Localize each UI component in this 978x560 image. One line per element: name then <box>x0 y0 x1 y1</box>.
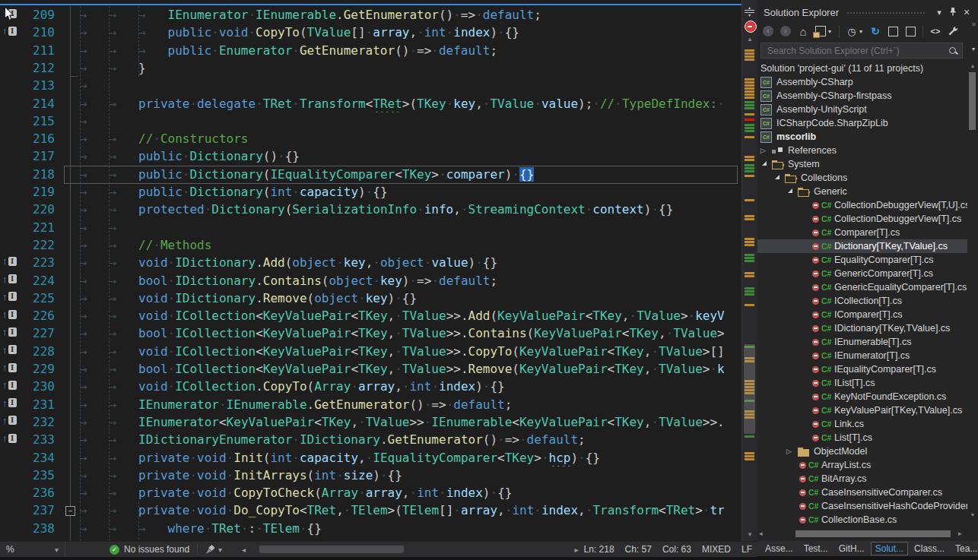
tree-item[interactable]: C#BitArray.cs <box>757 472 967 486</box>
implements-gutter-icon[interactable]: ↑I <box>2 380 17 390</box>
tree-item[interactable]: C#IEnumerable[T].cs <box>757 335 967 349</box>
tree-item[interactable]: System <box>757 157 967 171</box>
hscroll-left-icon[interactable]: ◂ <box>242 546 246 554</box>
chevron-down-icon[interactable]: ▾ <box>859 28 865 35</box>
tree-item[interactable]: C#ArrayList.cs <box>757 458 967 472</box>
code-line[interactable]: ↑I226→→void·ICollection<KeyValuePair<TKe… <box>0 307 741 324</box>
code-line[interactable]: ↑I228→→void·ICollection<KeyValuePair<TKe… <box>0 343 741 360</box>
code-line[interactable]: 220→→protected·Dictionary(SerializationI… <box>0 201 741 218</box>
tree-item[interactable]: C#IEnumerator[T].cs <box>757 349 967 362</box>
tree-item[interactable]: C#IEqualityComparer[T].cs <box>757 362 967 376</box>
code-cleanup-button[interactable]: ▾ <box>205 544 222 555</box>
implements-gutter-icon[interactable]: ↑I <box>2 256 17 266</box>
switch-views-button[interactable] <box>813 24 828 39</box>
expanded-arrow-icon[interactable] <box>775 175 780 179</box>
tree-item[interactable]: Generic <box>757 185 967 198</box>
code-line[interactable]: ↑I230→→void·ICollection.CopyTo(Array·arr… <box>0 378 741 395</box>
expanded-arrow-icon[interactable] <box>762 161 767 166</box>
code-line[interactable]: ↑I225→→void·IDictionary.Remove(object·ke… <box>0 289 741 307</box>
horizontal-scrollbar-thumb[interactable] <box>259 546 404 553</box>
implements-gutter-icon[interactable]: ↑I <box>2 398 17 408</box>
search-box[interactable] <box>760 43 963 59</box>
implements-gutter-icon[interactable]: ↑I <box>2 416 17 426</box>
pin-icon[interactable] <box>946 7 960 17</box>
scroll-down-icon[interactable]: ▾ <box>742 530 757 538</box>
tree-item[interactable]: C#Assembly-CSharp-firstpass <box>757 89 967 103</box>
issues-indicator[interactable]: ✓ No issues found <box>110 544 189 555</box>
close-icon[interactable]: × <box>960 6 973 18</box>
code-line[interactable]: 219→→public·Dictionary(int·capacity)·{} <box>0 183 741 201</box>
code-line[interactable]: 235→→private·void·InitArrays(int·size)·{… <box>0 467 741 484</box>
tree-hscrollbar-thumb[interactable] <box>795 530 951 537</box>
refresh-button[interactable]: ↻ <box>868 24 883 39</box>
code-line[interactable]: ↑I224→→bool·IDictionary.Contains(object·… <box>0 272 741 289</box>
collapsed-arrow-icon[interactable]: ▷ <box>786 448 796 455</box>
tree-item[interactable]: C#CaseInsensitiveHashCodeProvider.cs <box>757 499 967 513</box>
tree-scrollbar-thumb[interactable] <box>969 72 976 130</box>
hscroll-right-icon[interactable]: ▸ <box>958 530 966 537</box>
status-encoding[interactable]: MIXED <box>702 544 731 555</box>
tree-item[interactable]: ▷ObjectModel <box>757 445 967 458</box>
panel-tab-asse[interactable]: Asse... <box>760 542 798 555</box>
tree-item[interactable]: C#KeyNotFoundException.cs <box>757 390 967 403</box>
code-line[interactable]: ↑I209→→→IEnumerator·IEnumerable.GetEnume… <box>0 6 741 24</box>
fold-collapse-box[interactable]: − <box>65 506 75 516</box>
panel-tab-class[interactable]: Class... <box>910 542 949 555</box>
panel-drag-texture[interactable] <box>846 11 926 15</box>
horizontal-scrollbar[interactable] <box>250 545 570 554</box>
tree-horizontal-scrollbar[interactable]: ◂ ▸ <box>759 529 966 538</box>
code-line[interactable]: 211→→→public·Enumerator·GetEnumerator()·… <box>0 42 741 59</box>
tree-item[interactable]: C#mscorlib <box>757 130 967 144</box>
panel-tab-solut[interactable]: Solut... <box>871 542 908 555</box>
tree-item[interactable]: C#Assembly-CSharp <box>757 75 967 89</box>
tree-item[interactable]: C#List[T].cs <box>757 431 967 445</box>
scroll-down-icon[interactable]: ▾ <box>968 511 977 518</box>
tree-item[interactable]: C#GenericComparer[T].cs <box>757 267 967 280</box>
tree-item[interactable]: C#GenericEqualityComparer[T].cs <box>757 280 967 294</box>
tree-item[interactable]: C#IList[T].cs <box>757 376 967 390</box>
search-icon[interactable] <box>948 46 957 55</box>
code-line[interactable]: 221→→ <box>0 219 741 236</box>
code-line[interactable]: 234→→private·void·Init(int·capacity,·IEq… <box>0 449 741 467</box>
tree-item[interactable]: C#CollectionBase.cs <box>757 513 967 526</box>
code-line[interactable]: 213→ <box>0 77 741 94</box>
code-line[interactable]: 212→→} <box>0 59 741 77</box>
tree-item[interactable]: C#CollectionDebuggerView[T].cs <box>757 212 967 226</box>
tree-item[interactable]: C#CaseInsensitiveComparer.cs <box>757 486 967 499</box>
code-line[interactable]: ↑I223→→void·IDictionary.Add(object·key,·… <box>0 254 741 271</box>
pending-changes-filter-button[interactable]: ◷ <box>844 24 859 39</box>
code-line[interactable]: ↑I231→→IEnumerator·IEnumerable.GetEnumer… <box>0 396 741 413</box>
hscroll-right-icon[interactable]: ▸ <box>575 546 579 554</box>
collapse-all-button[interactable] <box>885 24 900 39</box>
panel-tab-gith[interactable]: GitH... <box>834 542 869 555</box>
implements-gutter-icon[interactable]: ↑I <box>2 345 17 355</box>
code-line[interactable]: 238→→→where·TRet·:·TElem·{} <box>0 520 741 537</box>
editor-vertical-scrollbar[interactable]: ▴▾ ▴ ▾ <box>741 0 757 541</box>
tree-item[interactable]: ▷References <box>757 144 967 157</box>
implements-gutter-icon[interactable]: ↑I <box>2 26 17 36</box>
back-button[interactable]: ‹ <box>760 24 776 39</box>
tree-item[interactable]: C#EqualityComparer[T].cs <box>757 253 967 267</box>
hscroll-left-icon[interactable]: ◂ <box>759 530 767 537</box>
code-line[interactable]: 237−→→private·void·Do_CopyTo<TRet,·TElem… <box>0 501 741 519</box>
tree-item[interactable]: C#ICollection[T].cs <box>757 294 967 308</box>
search-options-icon[interactable]: ▾ <box>972 46 975 52</box>
zoom-select[interactable]: % ▾ <box>0 542 65 557</box>
show-all-files-button[interactable] <box>903 24 918 39</box>
forward-button[interactable]: › <box>778 24 793 39</box>
view-code-button[interactable]: <> <box>928 24 943 39</box>
code-editor[interactable]: ↑I209→→→IEnumerator·IEnumerable.GetEnume… <box>0 0 757 541</box>
code-line[interactable]: 218→→public·Dictionary(IEqualityComparer… <box>0 166 741 183</box>
tree-item[interactable]: C#Comparer[T].cs <box>757 226 967 239</box>
window-position-icon[interactable]: ▾ <box>932 8 946 17</box>
code-line[interactable]: 236→→private·void·CopyToCheck(Array·arra… <box>0 484 741 501</box>
toolbar-overflow-icon[interactable]: » <box>971 20 976 28</box>
tree-item[interactable]: Collections <box>757 171 967 185</box>
tree-item[interactable]: C#IDictionary[TKey,TValue].cs <box>757 321 967 335</box>
search-input[interactable] <box>766 45 947 57</box>
document-health-error-icon[interactable] <box>745 21 757 33</box>
panel-tab-tea[interactable]: Tea... <box>951 542 978 555</box>
code-line[interactable]: ↑I210→→→public·void·CopyTo(TValue[]·arra… <box>0 24 741 41</box>
tree-item[interactable]: C#Link.cs <box>757 417 967 431</box>
panel-tab-test[interactable]: Test... <box>799 542 833 555</box>
